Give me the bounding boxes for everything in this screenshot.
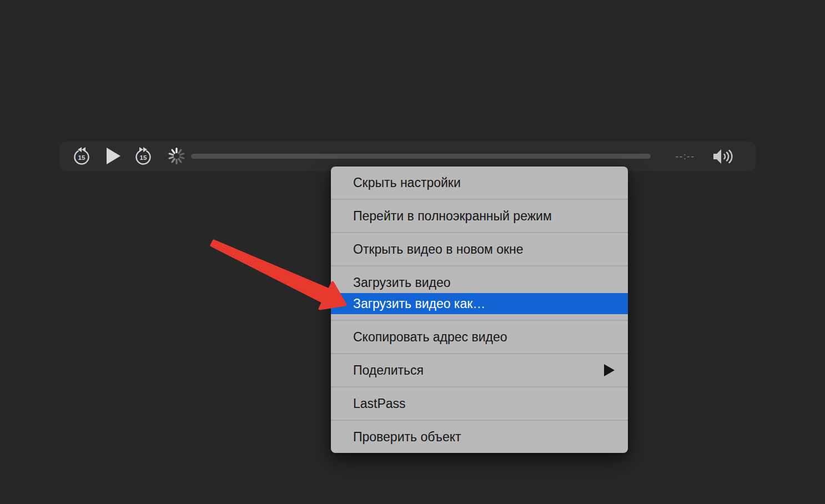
submenu-arrow-icon <box>604 364 615 376</box>
skip-back-15-button[interactable]: 15 <box>72 146 92 166</box>
play-icon <box>107 148 120 164</box>
menu-item-download-video-as[interactable]: Загрузить видео как… <box>331 293 628 314</box>
play-button[interactable] <box>105 147 121 165</box>
menu-item-open-video-new-window[interactable]: Открыть видео в новом окне <box>331 239 628 260</box>
menu-item-label: LastPass <box>353 396 406 411</box>
menu-item-copy-video-address[interactable]: Скопировать адрес видео <box>331 326 628 347</box>
skip-forward-15-icon: 15 <box>137 147 150 164</box>
menu-item-share[interactable]: Поделиться <box>331 360 628 381</box>
speaker-icon <box>713 149 732 164</box>
menu-item-label: Скрыть настройки <box>353 175 461 190</box>
menu-item-label: Загрузить видео как… <box>353 296 485 311</box>
menu-item-label: Загрузить видео <box>353 275 450 290</box>
menu-item-hide-settings[interactable]: Скрыть настройки <box>331 172 628 193</box>
context-menu: Скрыть настройки Перейти в полноэкранный… <box>331 167 628 453</box>
menu-item-label: Скопировать адрес видео <box>353 330 507 345</box>
menu-item-lastpass[interactable]: LastPass <box>331 393 628 414</box>
skip-back-15-icon: 15 <box>75 147 89 164</box>
svg-text:15: 15 <box>140 154 147 161</box>
menu-item-inspect-element[interactable]: Проверить объект <box>331 426 628 447</box>
menu-item-download-video[interactable]: Загрузить видео <box>331 272 628 293</box>
menu-item-enter-fullscreen[interactable]: Перейти в полноэкранный режим <box>331 205 628 226</box>
loading-spinner-icon <box>167 147 186 165</box>
progress-bar[interactable] <box>191 154 651 159</box>
time-display: --:-- <box>662 142 708 171</box>
volume-button[interactable] <box>712 147 737 166</box>
svg-text:15: 15 <box>78 154 85 161</box>
skip-forward-15-button[interactable]: 15 <box>133 146 153 166</box>
menu-item-label: Перейти в полноэкранный режим <box>353 209 552 224</box>
menu-item-label: Проверить объект <box>353 430 461 445</box>
menu-item-label: Открыть видео в новом окне <box>353 242 524 257</box>
menu-item-label: Поделиться <box>353 363 424 378</box>
